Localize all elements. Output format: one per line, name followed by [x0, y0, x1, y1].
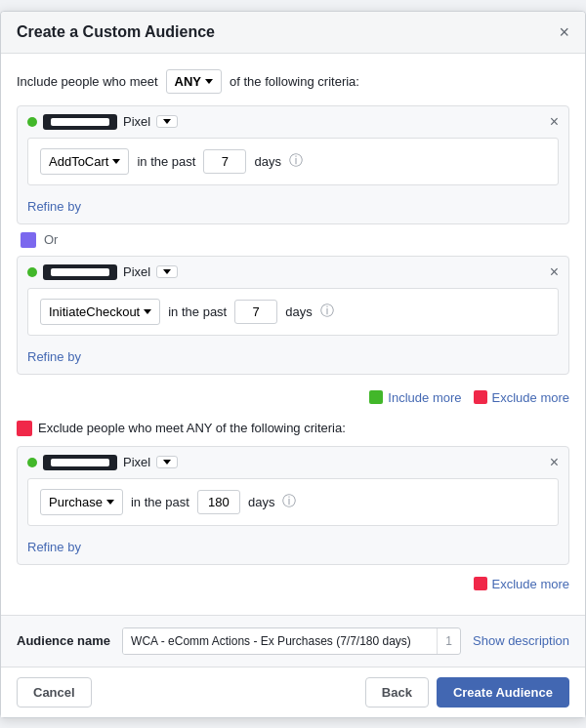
audience-name-label: Audience name	[17, 633, 110, 648]
block2-header: Pixel ×	[18, 257, 568, 288]
chevron-down-icon	[163, 460, 171, 465]
pixel-selector-exclude: Pixel	[27, 455, 178, 470]
pixel-name-bar-exclude	[51, 459, 109, 466]
pixel-selector-1: Pixel	[27, 114, 178, 130]
event-dropdown-1[interactable]: AddToCart	[40, 148, 129, 175]
audience-name-section: Audience name 1 Show description	[1, 615, 585, 667]
include-more-icon	[369, 390, 383, 404]
exclude-block-1: Pixel × Purchase in the past days ⓘ Refi	[17, 446, 569, 565]
include-more-link[interactable]: Include more	[369, 390, 461, 405]
refine-anchor-2[interactable]: Refine by	[27, 349, 81, 364]
exclude-more-link-bottom[interactable]: Exclude more	[474, 577, 569, 591]
event-dropdown-exclude[interactable]: Purchase	[40, 489, 123, 515]
exclude-more-link-top[interactable]: Exclude more	[474, 390, 569, 405]
refine-link-2: Refine by	[18, 345, 568, 374]
block1-header: Pixel ×	[18, 106, 568, 138]
include-block-1: Pixel × AddToCart in the past days ⓘ Ref	[17, 105, 569, 224]
pixel-button-2[interactable]	[43, 264, 117, 280]
include-block-2: Pixel × InitiateCheckout in the past day…	[17, 256, 569, 375]
exclude-actions-bottom: Exclude more	[17, 573, 569, 599]
or-icon	[21, 232, 36, 248]
audience-name-input[interactable]	[123, 628, 437, 654]
modal-header: Create a Custom Audience ×	[1, 12, 585, 54]
chevron-down-icon	[163, 119, 171, 124]
exclude-section-label: Exclude people who meet ANY of the follo…	[17, 421, 569, 436]
pixel-name-bar	[51, 118, 109, 126]
include-criteria-line: Include people who meet ANY of the follo…	[17, 69, 569, 94]
chevron-down-icon	[106, 500, 114, 505]
remove-exclude-block-button[interactable]: ×	[550, 455, 559, 470]
pixel-name-bar-2	[51, 268, 109, 276]
info-icon-exclude: ⓘ	[282, 493, 296, 510]
chevron-down-icon	[144, 309, 151, 314]
block1-criteria: AddToCart in the past days ⓘ	[27, 138, 559, 185]
include-suffix: of the following criteria:	[230, 74, 359, 89]
block2-criteria: InitiateCheckout in the past days ⓘ	[27, 288, 559, 336]
exclude-more-icon-top	[474, 390, 487, 404]
days-input-exclude[interactable]	[197, 490, 240, 514]
create-audience-modal: Create a Custom Audience × Include peopl…	[0, 11, 586, 718]
days-input-2[interactable]	[234, 300, 277, 324]
pixel-dropdown-btn-1[interactable]	[156, 115, 178, 128]
include-exclude-actions: Include more Exclude more	[17, 383, 569, 413]
info-icon-1: ⓘ	[289, 152, 303, 170]
remove-block2-button[interactable]: ×	[550, 264, 559, 280]
modal-title: Create a Custom Audience	[17, 23, 215, 41]
modal-footer-buttons: Cancel Back Create Audience	[1, 667, 585, 717]
refine-link-1: Refine by	[18, 195, 568, 223]
chevron-down-icon	[112, 159, 120, 164]
pixel-dropdown-btn-exclude[interactable]	[156, 456, 178, 468]
pixel-button-exclude[interactable]	[43, 455, 117, 470]
chevron-down-icon	[205, 79, 213, 84]
char-count: 1	[437, 628, 460, 654]
any-dropdown[interactable]: ANY	[166, 69, 222, 94]
pixel-status-dot-exclude	[27, 458, 37, 467]
exclude-block-criteria: Purchase in the past days ⓘ	[27, 478, 559, 526]
right-buttons: Back Create Audience	[365, 677, 569, 708]
event-dropdown-2[interactable]: InitiateCheckout	[40, 299, 160, 325]
refine-anchor-exclude[interactable]: Refine by	[27, 540, 81, 554]
pixel-status-dot-2	[27, 267, 37, 277]
days-input-1[interactable]	[203, 149, 246, 174]
audience-name-input-wrap: 1	[122, 627, 461, 655]
exclude-section-icon	[17, 421, 32, 436]
show-description-link[interactable]: Show description	[473, 633, 569, 648]
pixel-dropdown-btn-2[interactable]	[156, 265, 178, 278]
refine-anchor-1[interactable]: Refine by	[27, 199, 81, 214]
refine-link-exclude: Refine by	[18, 536, 568, 564]
exclude-block-header: Pixel ×	[18, 447, 568, 478]
info-icon-2: ⓘ	[320, 303, 334, 320]
close-button[interactable]: ×	[559, 23, 569, 41]
pixel-selector-2: Pixel	[27, 264, 178, 280]
cancel-button[interactable]: Cancel	[17, 677, 92, 708]
modal-body: Include people who meet ANY of the follo…	[1, 54, 585, 615]
pixel-button-1[interactable]	[43, 114, 117, 130]
create-audience-button[interactable]: Create Audience	[437, 677, 569, 708]
chevron-down-icon	[163, 269, 171, 274]
or-label: Or	[44, 232, 58, 247]
or-divider: Or	[17, 232, 569, 248]
exclude-more-icon-bottom	[474, 577, 487, 590]
back-button[interactable]: Back	[365, 677, 429, 708]
pixel-status-dot	[27, 117, 37, 127]
remove-block1-button[interactable]: ×	[550, 114, 559, 130]
include-prefix: Include people who meet	[17, 74, 158, 89]
